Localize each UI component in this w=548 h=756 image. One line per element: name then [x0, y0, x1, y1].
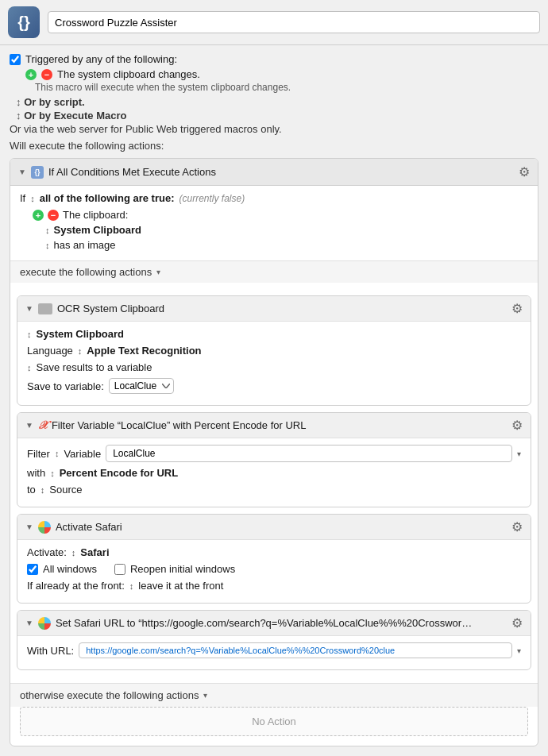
- save-arrow-icon: ↕: [27, 363, 32, 372]
- filter-icon: 𝒳: [38, 418, 47, 432]
- all-of-label: all of the following are true:: [40, 192, 175, 204]
- block-icon: {}: [31, 166, 44, 179]
- no-action-label: No Action: [252, 716, 296, 727]
- execute-chevron-icon[interactable]: ▾: [156, 268, 160, 276]
- all-windows-checkbox[interactable]: [27, 564, 38, 575]
- clipboard-condition-label: The clipboard:: [63, 209, 128, 221]
- leave-front-label: leave it at the front: [138, 580, 223, 592]
- sub-actions-container: ▼ OCR System Clipboard ⚙ ↕ System Clipbo…: [10, 283, 538, 683]
- clipboard-trigger-item: + − The system clipboard changes.: [25, 68, 538, 80]
- set-url-action-header: ▼ Set Safari URL to “https://google.com/…: [17, 611, 531, 636]
- add-condition-icon[interactable]: +: [33, 210, 44, 221]
- otherwise-chevron-icon[interactable]: ▾: [203, 691, 207, 700]
- conditions-gear-icon[interactable]: ⚙: [519, 164, 530, 179]
- ocr-clipboard-label: System Clipboard: [37, 328, 125, 340]
- filter-label: Filter: [27, 448, 50, 460]
- conditions-block: ▼ {} If All Conditions Met Execute Actio…: [10, 158, 538, 746]
- or-execute-macro-line: ↕ Or by Execute Macro: [16, 110, 538, 122]
- if-label: If: [20, 192, 25, 204]
- filter-var-chevron-icon[interactable]: ▾: [517, 449, 521, 458]
- activate-arrow-icon: ↕: [71, 548, 76, 557]
- save-results-row: ↕ Save results to a variable: [27, 361, 521, 373]
- filter-body: Filter ↕ Variable ▾ with ↕ Percent Encod…: [17, 438, 531, 507]
- url-input[interactable]: [79, 642, 512, 658]
- safari-header-left: ▼ Activate Safari: [25, 521, 122, 534]
- remove-trigger-icon[interactable]: −: [41, 69, 52, 80]
- filter-arrow-icon: ↕: [55, 449, 60, 458]
- with-arrow-icon: ↕: [50, 469, 55, 478]
- conditions-body: If ↕ all of the following are true: (cur…: [10, 186, 538, 260]
- ocr-icon: [38, 303, 52, 314]
- system-clipboard-row: ↕ System Clipboard: [45, 224, 528, 236]
- activate-label: Activate:: [27, 546, 67, 558]
- url-gear-icon[interactable]: ⚙: [511, 615, 523, 631]
- triggered-label: Triggered by any of the following:: [25, 53, 177, 65]
- triggered-checkbox[interactable]: [10, 54, 21, 65]
- clipboard-description: This macro will execute when the system …: [35, 82, 538, 93]
- url-chevron-icon[interactable]: ▾: [517, 646, 521, 655]
- save-results-label: Save results to a variable: [37, 361, 152, 373]
- has-image-row: ↕ has an image: [45, 239, 528, 251]
- source-label: Source: [49, 484, 82, 496]
- safari-icon: [38, 521, 51, 534]
- with-url-label: With URL:: [27, 645, 74, 657]
- ocr-action-header: ▼ OCR System Clipboard ⚙: [17, 296, 531, 322]
- safari-label: Safari: [80, 546, 109, 558]
- otherwise-bar: otherwise execute the following actions …: [10, 683, 538, 707]
- safari-body: Activate: ↕ Safari All windows Reopen in…: [17, 540, 531, 603]
- percent-encode-label: Percent Encode for URL: [60, 467, 179, 479]
- language-value: Apple Text Recognition: [87, 345, 201, 357]
- no-action-area: No Action: [20, 707, 528, 736]
- ocr-action-block: ▼ OCR System Clipboard ⚙ ↕ System Clipbo…: [17, 295, 531, 406]
- filter-gear-icon[interactable]: ⚙: [511, 418, 523, 433]
- app-icon: {}: [8, 6, 40, 38]
- reopen-windows-label: Reopen initial windows: [130, 563, 235, 575]
- add-trigger-icon[interactable]: +: [25, 69, 37, 80]
- otherwise-label: otherwise execute the following actions: [20, 689, 199, 701]
- clipboard-conditions: + − The clipboard: ↕ System Clipboard ↕ …: [33, 209, 528, 251]
- url-collapse-icon[interactable]: ▼: [25, 619, 33, 627]
- will-execute-label: Will execute the following actions:: [10, 140, 538, 152]
- reopen-windows-checkbox[interactable]: [114, 564, 125, 575]
- ocr-collapse-icon[interactable]: ▼: [25, 304, 33, 313]
- ocr-arrow-icon: ↕: [27, 330, 32, 339]
- safari-gear-icon[interactable]: ⚙: [511, 519, 523, 534]
- windows-row: All windows Reopen initial windows: [27, 563, 521, 575]
- sort-icon[interactable]: ↕: [30, 194, 35, 203]
- save-variable-select[interactable]: LocalClue: [109, 378, 174, 394]
- clipboard-trigger-label: The system clipboard changes.: [57, 68, 200, 80]
- set-url-body: With URL: ▾: [17, 636, 531, 669]
- triggered-row: Triggered by any of the following:: [10, 53, 538, 65]
- front-arrow-icon: ↕: [129, 581, 134, 591]
- language-label: Language: [27, 345, 73, 357]
- filter-collapse-icon[interactable]: ▼: [25, 421, 33, 430]
- execute-bar: execute the following actions ▾: [10, 260, 538, 283]
- save-variable-row: Save to variable: LocalClue: [27, 378, 521, 394]
- filter-header-left: ▼ 𝒳 Filter Variable “LocalClue” with Per…: [25, 418, 306, 432]
- to-arrow-icon: ↕: [41, 485, 45, 495]
- currently-false-label: (currently false): [179, 193, 245, 204]
- filter-variable-input[interactable]: [106, 445, 512, 462]
- filter-with-row: with ↕ Percent Encode for URL: [27, 467, 521, 479]
- remove-condition-icon[interactable]: −: [48, 210, 59, 221]
- set-url-header-label: Set Safari URL to “https://google.com/se…: [56, 617, 473, 629]
- set-url-action-block: ▼ Set Safari URL to “https://google.com/…: [17, 610, 531, 670]
- safari-collapse-icon[interactable]: ▼: [25, 523, 33, 531]
- collapse-arrow-icon[interactable]: ▼: [18, 168, 26, 176]
- macro-title-input[interactable]: [48, 11, 540, 33]
- with-url-row: With URL: ▾: [27, 642, 521, 658]
- safari-action-block: ▼ Activate Safari ⚙ Activate: ↕ Safari A…: [17, 514, 531, 604]
- if-already-label: If already at the front:: [27, 580, 125, 592]
- system-clipboard-label: System Clipboard: [54, 224, 142, 236]
- ocr-gear-icon[interactable]: ⚙: [511, 301, 523, 316]
- url-safari-icon: [38, 617, 51, 630]
- or-script-line: ↕ Or by script.: [16, 96, 538, 108]
- to-label: to: [27, 484, 36, 496]
- lang-arrow-icon: ↕: [78, 346, 83, 356]
- safari-header-label: Activate Safari: [56, 521, 122, 533]
- condition-row-main: If ↕ all of the following are true: (cur…: [20, 192, 528, 204]
- ocr-body: ↕ System Clipboard Language ↕ Apple Text…: [17, 322, 531, 405]
- already-front-row: If already at the front: ↕ leave it at t…: [27, 580, 521, 592]
- conditions-header-left: ▼ {} If All Conditions Met Execute Actio…: [18, 166, 216, 179]
- top-bar: {}: [0, 0, 548, 45]
